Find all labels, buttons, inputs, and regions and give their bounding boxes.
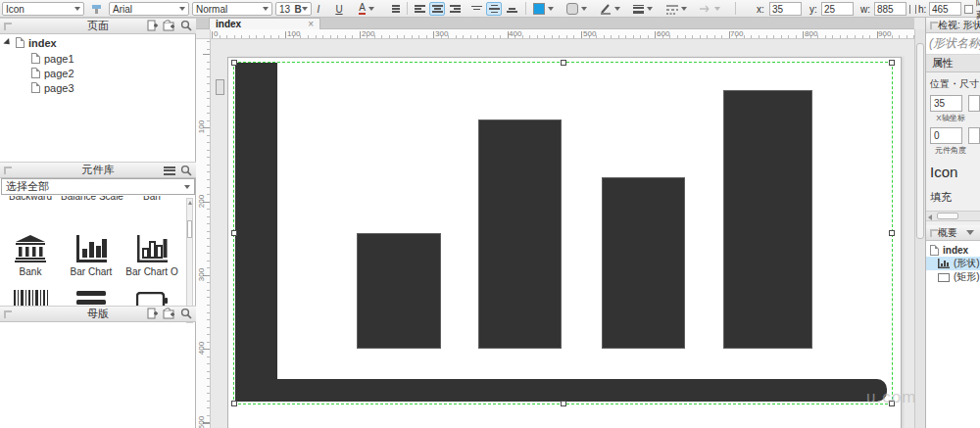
page-tree-item-index[interactable]: index	[4, 35, 57, 50]
scroll-left-icon[interactable]	[928, 214, 932, 220]
arrow-style-button[interactable]	[697, 2, 722, 16]
align-right-button[interactable]	[447, 2, 463, 16]
inspector-title: 检视: 形状	[938, 19, 980, 32]
ruler-label: 800	[805, 29, 817, 38]
filter-icon[interactable]	[966, 230, 974, 235]
x-label: x:	[757, 2, 764, 16]
outline-item-rect[interactable]: (矩形)	[926, 270, 980, 284]
inspector-y-input[interactable]	[968, 95, 980, 112]
inspector-angle-input-2[interactable]	[968, 127, 980, 144]
underline-button[interactable]: U	[331, 2, 347, 16]
menu-icon[interactable]	[164, 165, 175, 176]
page-icon	[31, 82, 40, 93]
page-label: index	[28, 37, 57, 49]
line-style-button[interactable]	[663, 2, 689, 16]
library-item-bar-chart-o[interactable]: Bar Chart O	[122, 235, 182, 277]
library-item-bank[interactable]: Bank	[0, 235, 61, 277]
bold-button[interactable]: B	[290, 2, 306, 16]
page-tree-item-page1[interactable]: page1	[31, 51, 74, 66]
library-filter-select[interactable]: 选择全部	[1, 178, 195, 195]
ruler-label: 500	[583, 29, 596, 38]
widget-style-select[interactable]: Icon	[2, 2, 84, 16]
canvas-edge-handle[interactable]	[216, 79, 224, 95]
align-bottom-button[interactable]	[504, 2, 519, 16]
search-icon[interactable]	[180, 165, 192, 176]
y-input[interactable]: 25	[821, 2, 854, 16]
x-input[interactable]: 35	[769, 2, 802, 16]
fill-color-button[interactable]	[530, 2, 556, 16]
expander-icon[interactable]	[3, 38, 12, 47]
ruler-label: 600	[657, 29, 669, 38]
italic-button[interactable]: I	[311, 2, 326, 16]
collapse-panel-icon[interactable]	[930, 22, 938, 29]
align-left-button[interactable]	[412, 2, 427, 16]
line-color-button[interactable]	[597, 2, 622, 16]
library-filter-value: 选择全部	[6, 179, 49, 194]
collapse-panel-icon[interactable]	[4, 166, 12, 174]
tab-index[interactable]: index ×	[209, 18, 320, 29]
scrollbar-thumb[interactable]	[916, 43, 924, 239]
format-painter-button[interactable]	[88, 2, 105, 16]
library-scrollbar[interactable]	[186, 198, 193, 323]
shape-name-input[interactable]: (形状名称)	[926, 33, 980, 55]
align-left-icon	[415, 4, 425, 15]
bullet-list-button[interactable]	[386, 2, 402, 16]
library-item-clipped[interactable]: Backward	[0, 196, 61, 202]
w-input[interactable]: 885	[874, 2, 906, 16]
ruler-label: 100	[197, 118, 206, 137]
scrollbar-thumb[interactable]	[187, 220, 192, 238]
line-width-button[interactable]	[630, 2, 656, 16]
font-color-button[interactable]: A	[353, 2, 380, 16]
font-weight-select[interactable]: Normal	[192, 2, 272, 16]
page-label: page1	[44, 53, 74, 65]
library-item-bar-chart[interactable]: Bar Chart	[61, 235, 122, 277]
hide-checkbox[interactable]	[964, 5, 973, 14]
align-top-button[interactable]	[468, 2, 484, 16]
inspector-x-input[interactable]: 35	[930, 95, 962, 112]
w-value: 885	[877, 4, 894, 15]
add-page-icon[interactable]	[147, 20, 158, 31]
line-width-icon	[633, 3, 644, 15]
align-middle-button[interactable]	[486, 2, 502, 16]
search-icon[interactable]	[180, 20, 192, 31]
add-page-icon[interactable]	[147, 308, 158, 319]
collapse-panel-icon[interactable]	[930, 229, 938, 237]
y-value: 25	[824, 4, 835, 15]
chevron-down-icon	[714, 7, 720, 11]
inspector-horizontal-scrollbar[interactable]	[926, 211, 980, 221]
page-tree-item-page3[interactable]: page3	[31, 80, 74, 95]
mini-rect-icon	[938, 273, 950, 282]
chevron-down-icon	[681, 7, 687, 11]
outline-item-shape[interactable]: (形状)	[926, 257, 980, 270]
wh-link-icon[interactable]	[909, 5, 916, 14]
outline-panel-header: 概要	[926, 225, 980, 241]
search-icon[interactable]	[180, 308, 192, 319]
widget-style-value: Icon	[6, 4, 24, 15]
page-icon	[31, 68, 40, 78]
inspector-x-value: 35	[934, 98, 945, 109]
add-folder-icon[interactable]	[163, 308, 175, 319]
collapse-panel-icon[interactable]	[4, 23, 12, 30]
add-folder-icon[interactable]	[163, 20, 175, 31]
h-input[interactable]: 465	[929, 2, 961, 16]
inspector-angle-input[interactable]: 0	[930, 127, 962, 144]
ruler-label: 100	[287, 29, 300, 38]
tab-close-icon[interactable]: ×	[308, 19, 314, 29]
tab-properties[interactable]: 属性	[932, 56, 954, 71]
page-canvas[interactable]	[227, 57, 902, 428]
align-center-button[interactable]	[429, 2, 445, 16]
library-panel-header: 元件库	[0, 162, 196, 178]
font-family-select[interactable]: Arial	[109, 2, 189, 16]
scroll-up-icon[interactable]	[188, 201, 192, 205]
shadow-button[interactable]	[564, 2, 589, 16]
ruler-label: 400	[509, 29, 521, 38]
collapse-panel-icon[interactable]	[4, 310, 12, 318]
canvas-vertical-scrollbar[interactable]	[914, 29, 925, 428]
font-weight-value: Normal	[196, 4, 227, 15]
library-item-clipped[interactable]: Ban	[122, 196, 182, 202]
outline-item-index[interactable]: index	[926, 243, 980, 257]
chevron-down-icon	[368, 7, 374, 11]
page-tree-item-page2[interactable]: page2	[31, 66, 74, 80]
library-item-clipped[interactable]: Balance Scale	[61, 196, 122, 202]
scrollbar-thumb[interactable]	[937, 213, 958, 219]
